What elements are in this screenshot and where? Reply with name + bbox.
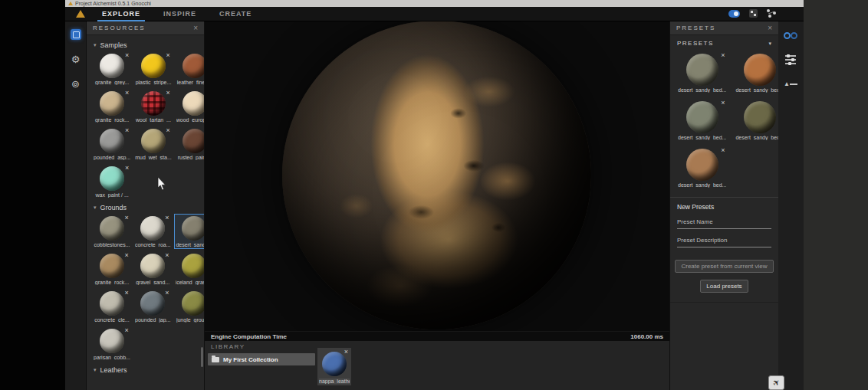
material-thumb[interactable]: ×jungle_groun... [174, 289, 205, 324]
thumb-close-icon[interactable]: × [125, 327, 129, 334]
gear-icon[interactable]: ⚙ [69, 52, 83, 66]
thumb-close-icon[interactable]: × [721, 100, 725, 107]
material-thumb[interactable]: ×wool_tartan_... [133, 89, 173, 124]
preset-description-field[interactable]: Preset Description [677, 237, 771, 247]
material-thumb[interactable]: ×concrete_cle... [92, 289, 132, 324]
thumb-close-icon[interactable]: × [166, 127, 169, 134]
close-icon[interactable]: × [193, 25, 198, 32]
material-sphere[interactable] [100, 129, 124, 153]
material-sphere[interactable] [140, 291, 165, 316]
tab-explore[interactable]: EXPLORE [100, 8, 142, 21]
section-header-samples[interactable]: ▾Samples [94, 41, 200, 49]
material-sphere[interactable] [686, 54, 718, 86]
material-thumb[interactable]: ×iceland_grass... [174, 251, 205, 287]
toggle-icon[interactable] [728, 10, 740, 18]
thumb-close-icon[interactable]: × [166, 90, 169, 97]
export-icon[interactable]: ▲ [784, 77, 797, 90]
material-sphere[interactable] [140, 216, 165, 241]
thumb-close-icon[interactable]: × [721, 147, 725, 154]
material-thumb[interactable]: ×leather_fine_... [175, 51, 205, 87]
material-thumb[interactable]: ×cobblestones... [92, 214, 132, 249]
material-sphere[interactable] [182, 91, 205, 116]
thumb-close-icon[interactable]: × [125, 52, 129, 59]
thumb-label: rusted_paint... [176, 155, 205, 160]
thumb-close-icon[interactable]: × [125, 90, 129, 97]
thumb-close-icon[interactable]: × [125, 290, 129, 297]
material-thumb[interactable]: ×desert_sandy_bed... [676, 51, 728, 94]
material-thumb[interactable]: ×nappa_leathe... [317, 348, 351, 385]
material-sphere[interactable] [141, 129, 166, 153]
material-sphere[interactable] [141, 91, 166, 116]
thumb-label: leather_fine_... [176, 80, 205, 85]
viewport-3d[interactable]: Engine Computation Time 1060.00 ms LIBRA… [205, 21, 669, 390]
create-preset-button[interactable]: Create preset from current view [675, 260, 773, 273]
material-sphere[interactable] [141, 54, 166, 78]
thumb-close-icon[interactable]: × [125, 127, 129, 134]
material-sphere[interactable] [100, 166, 124, 191]
load-presets-button[interactable]: Load presets [700, 280, 748, 293]
resources-scrollbar[interactable] [201, 347, 203, 367]
collection-name: My First Collection [223, 356, 278, 363]
material-sphere[interactable] [182, 291, 205, 316]
thumb-close-icon[interactable]: × [125, 165, 129, 172]
scene-rings-icon[interactable] [784, 29, 797, 43]
material-sphere[interactable] [182, 254, 205, 278]
material-thumb[interactable]: ×parisan_cobb... [92, 326, 132, 362]
material-sphere[interactable] [182, 216, 205, 241]
material-preview-sphere[interactable] [282, 21, 591, 329]
material-sphere[interactable] [182, 54, 205, 78]
materials-cube-icon[interactable] [69, 28, 83, 41]
material-thumb[interactable]: ×gravel_sand... [133, 251, 173, 287]
thumb-label: desert_sandy_bed... [678, 135, 726, 140]
layout-grid-icon[interactable] [749, 9, 758, 18]
material-thumb[interactable]: ×pounded_asp... [92, 126, 132, 162]
thumb-close-icon[interactable]: × [344, 349, 348, 356]
material-thumb[interactable]: ×desert_sandy... [174, 214, 205, 249]
material-thumb[interactable]: ×desert_sandy_bed... [676, 146, 728, 189]
collection-row[interactable]: My First Collection [208, 353, 315, 365]
material-sphere[interactable] [686, 101, 718, 133]
sliders-icon[interactable] [784, 53, 797, 67]
section-header-leathers[interactable]: ▾Leathers [94, 366, 200, 374]
tab-inspire[interactable]: INSPIRE [162, 8, 198, 21]
material-sphere[interactable] [100, 91, 124, 116]
material-sphere[interactable] [322, 352, 347, 376]
presets-title: PRESETS [676, 25, 715, 31]
material-thumb[interactable]: ×granite_rock... [92, 89, 132, 124]
thumb-close-icon[interactable]: × [165, 290, 169, 297]
preset-name-field[interactable]: Preset Name [677, 218, 771, 229]
material-sphere[interactable] [744, 101, 776, 133]
material-sphere[interactable] [100, 254, 124, 278]
send-feedback-button[interactable]: ✈ [768, 375, 784, 390]
presets-group-header[interactable]: PRESETS ▾ [670, 35, 778, 50]
material-sphere[interactable] [100, 291, 124, 316]
material-thumb[interactable]: ×granite_grey... [92, 51, 132, 87]
material-thumb[interactable]: ×mud_wet_sta... [133, 126, 173, 162]
share-icon[interactable] [767, 9, 776, 18]
material-thumb[interactable]: ×granite_rock... [92, 251, 132, 287]
material-thumb[interactable]: ×wood_europe... [175, 89, 205, 124]
material-thumb[interactable]: ×wax_paint / ... [92, 164, 132, 199]
material-sphere[interactable] [686, 149, 718, 181]
material-sphere[interactable] [182, 129, 205, 153]
material-thumb[interactable]: ×pounded_jap... [133, 289, 173, 324]
material-sphere[interactable] [140, 254, 165, 278]
palette-icon[interactable]: ⊚ [69, 77, 83, 90]
material-thumb[interactable]: ×concrete_roa... [133, 214, 173, 249]
material-sphere[interactable] [100, 216, 124, 241]
thumb-close-icon[interactable]: × [165, 215, 169, 221]
thumb-close-icon[interactable]: × [721, 52, 725, 59]
material-sphere[interactable] [100, 54, 124, 78]
thumb-close-icon[interactable]: × [165, 252, 169, 259]
material-thumb[interactable]: ×desert_sandy_bed... [676, 99, 728, 142]
section-header-grounds[interactable]: ▾Grounds [94, 204, 200, 211]
material-thumb[interactable]: ×rusted_paint... [175, 126, 205, 162]
tab-create[interactable]: CREATE [218, 8, 253, 21]
material-thumb[interactable]: ×plastic_stripe... [133, 51, 173, 87]
material-sphere[interactable] [744, 54, 776, 86]
material-sphere[interactable] [100, 329, 124, 353]
thumb-close-icon[interactable]: × [166, 52, 169, 59]
close-icon[interactable]: × [768, 25, 772, 32]
thumb-close-icon[interactable]: × [125, 215, 129, 221]
thumb-close-icon[interactable]: × [125, 252, 129, 259]
